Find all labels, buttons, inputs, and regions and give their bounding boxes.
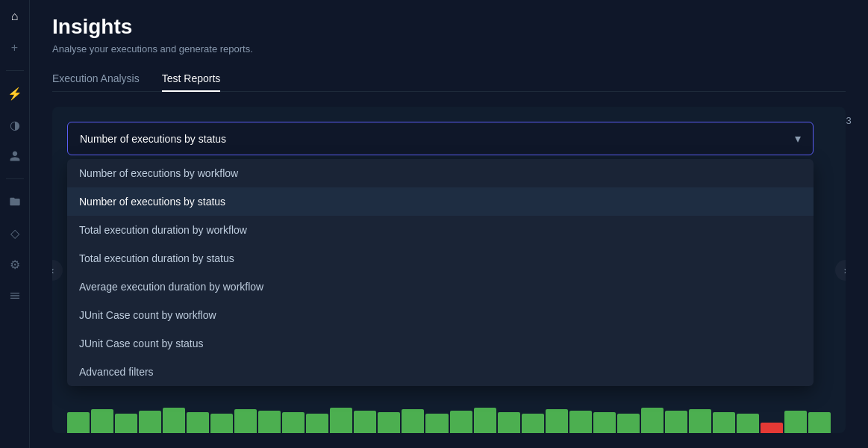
chart-bar xyxy=(425,414,448,433)
chart-bar xyxy=(808,412,831,433)
chart-bar xyxy=(713,412,735,433)
chart-bar xyxy=(498,412,520,433)
sidebar-icon-gear[interactable]: ⚙ xyxy=(6,255,24,273)
sidebar-icon-home[interactable]: ⌂ xyxy=(6,7,24,25)
nav-arrow-right[interactable]: › xyxy=(835,260,846,281)
chevron-down-icon: ▾ xyxy=(795,131,801,146)
chart-bar xyxy=(617,414,640,433)
chart-bar xyxy=(163,408,185,433)
tabs-bar: Execution Analysis Test Reports xyxy=(52,66,846,92)
sidebar-divider-1 xyxy=(6,70,24,71)
chart-bar xyxy=(641,408,664,433)
page-title: Insights xyxy=(52,15,846,39)
chart-bar xyxy=(354,411,376,433)
chart-bar xyxy=(761,423,783,433)
chart-bar xyxy=(139,411,161,433)
nav-arrow-left[interactable]: ‹ xyxy=(52,260,63,281)
chart-bar xyxy=(665,411,687,433)
chart-bar xyxy=(115,414,137,433)
chart-bar xyxy=(306,414,328,433)
chart-bar xyxy=(737,414,759,433)
dropdown-item-junit-count-by-status[interactable]: JUnit Case count by status xyxy=(67,329,814,358)
chart-area xyxy=(67,403,831,433)
dropdown-select[interactable]: Number of executions by status ▾ xyxy=(67,122,814,155)
chart-bar xyxy=(378,412,400,433)
dropdown-item-avg-duration-by-workflow[interactable]: Average execution duration by workflow xyxy=(67,273,814,301)
chart-bar xyxy=(330,408,352,433)
sidebar-icon-chart[interactable]: ◑ xyxy=(6,116,24,134)
page-header: Insights Analyse your executions and gen… xyxy=(52,15,846,55)
sidebar-icon-bolt[interactable]: ⚡ xyxy=(6,84,24,102)
chart-bar xyxy=(784,411,807,433)
chart-bar xyxy=(546,409,568,433)
main-content: Insights Analyse your executions and gen… xyxy=(30,0,868,448)
sidebar-icon-diamond[interactable]: ◇ xyxy=(6,224,24,242)
chart-bar xyxy=(689,409,711,433)
sidebar-icon-add[interactable]: + xyxy=(6,39,24,57)
chart-bar xyxy=(187,412,209,433)
chart-bar xyxy=(450,411,472,433)
chart-bar xyxy=(593,412,616,433)
chart-bar xyxy=(474,408,496,433)
chart-bar xyxy=(402,409,424,433)
chart-bar xyxy=(282,412,305,433)
dropdown-item-executions-by-workflow[interactable]: Number of executions by workflow xyxy=(67,159,814,187)
content-area: ‹ › Number of executions by status ▾ Num… xyxy=(52,107,846,433)
chart-bar xyxy=(569,411,592,433)
sidebar-icon-folder[interactable] xyxy=(6,193,24,211)
chart-bar xyxy=(210,414,233,433)
page-subtitle: Analyse your executions and generate rep… xyxy=(52,43,846,55)
sidebar-icon-list[interactable] xyxy=(6,287,24,305)
chart-bar xyxy=(67,412,90,433)
chart-bar xyxy=(522,414,544,433)
dropdown-menu: Number of executions by workflow Number … xyxy=(67,159,814,386)
dropdown-item-advanced-filters[interactable]: Advanced filters xyxy=(67,358,814,386)
tab-test-reports[interactable]: Test Reports xyxy=(162,66,221,92)
dropdown-item-total-duration-by-workflow[interactable]: Total execution duration by workflow xyxy=(67,216,814,244)
chart-bar xyxy=(91,409,113,433)
sidebar: ⌂ + ⚡ ◑ ◇ ⚙ xyxy=(0,0,30,448)
tab-execution-analysis[interactable]: Execution Analysis xyxy=(52,66,140,92)
chart-bar xyxy=(258,411,281,433)
chart-bar xyxy=(234,409,257,433)
sidebar-divider-2 xyxy=(6,178,24,179)
dropdown-selected-value: Number of executions by status xyxy=(80,133,226,145)
dropdown-item-total-duration-by-status[interactable]: Total execution duration by status xyxy=(67,244,814,273)
dropdown-item-executions-by-status[interactable]: Number of executions by status xyxy=(67,187,814,216)
sidebar-icon-users[interactable] xyxy=(6,147,24,165)
dropdown-item-junit-count-by-workflow[interactable]: JUnit Case count by workflow xyxy=(67,301,814,329)
